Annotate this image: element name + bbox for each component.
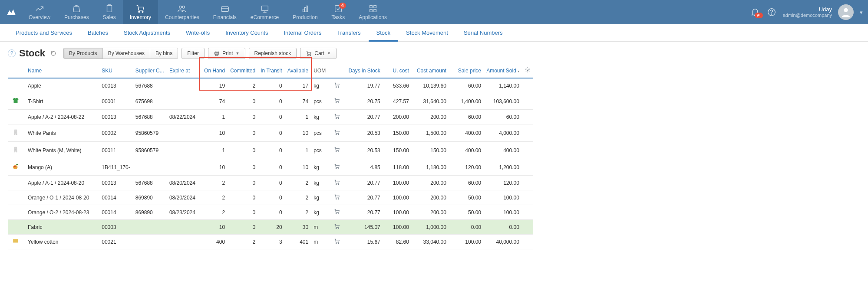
col-amount-sold[interactable]: Amount Sold <box>484 62 522 78</box>
print-button[interactable]: Print ▼ <box>208 48 245 59</box>
seg-by-bins[interactable]: By bins <box>150 48 178 59</box>
filter-button[interactable]: Filter <box>182 48 205 59</box>
col-in-transit[interactable]: In Transit <box>258 62 284 78</box>
nav-purchases[interactable]: Purchases <box>57 0 96 24</box>
chevron-down-icon[interactable]: ▾ <box>860 9 863 16</box>
row-cart-button[interactable] <box>328 159 346 176</box>
page-help-icon[interactable]: ? <box>8 49 16 57</box>
cell-name[interactable]: Fabric <box>25 220 99 235</box>
replenish-button[interactable]: Replenish stock <box>249 48 297 59</box>
nav-production[interactable]: Production <box>286 0 324 24</box>
svg-rect-4 <box>221 7 229 11</box>
table-row[interactable]: T-Shirt00001675698740074pcs20.75427.5731… <box>8 93 533 110</box>
product-icon <box>10 163 21 172</box>
seg-by-warehouses[interactable]: By Warehouses <box>103 48 150 59</box>
nav-applications[interactable]: Applications <box>352 0 394 24</box>
col-available[interactable]: Available <box>285 62 311 78</box>
cell-available: 30 <box>285 220 311 235</box>
tab-write-offs[interactable]: Write-offs <box>178 24 218 42</box>
view-segment: By Products By Warehouses By bins <box>63 48 178 59</box>
nav-ecommerce[interactable]: eCommerce <box>244 0 286 24</box>
product-icon <box>10 97 21 106</box>
cell-name[interactable]: White Pants <box>25 124 99 142</box>
tab-batches[interactable]: Batches <box>80 24 116 42</box>
product-icon-cell <box>8 235 25 249</box>
cell-name[interactable]: Apple <box>25 78 99 93</box>
nav-inventory[interactable]: Inventory <box>123 0 158 24</box>
row-cart-button[interactable] <box>328 93 346 110</box>
row-cart-button[interactable] <box>328 78 346 93</box>
cell-name[interactable]: Mango (A) <box>25 159 99 176</box>
row-cart-button[interactable] <box>328 142 346 159</box>
row-cart-button[interactable] <box>328 205 346 220</box>
cell-available: 2 <box>285 176 311 190</box>
tab-stock-adjustments[interactable]: Stock Adjustments <box>116 24 178 42</box>
table-row[interactable]: White Pants0000295860579100010pcs20.5315… <box>8 124 533 142</box>
app-logo[interactable] <box>5 6 17 18</box>
user-block[interactable]: Uday admin@democompany <box>783 6 832 19</box>
row-cart-button[interactable] <box>328 110 346 124</box>
table-row[interactable]: Mango (A)1B411_170-100010kg4.85118.001,1… <box>8 159 533 176</box>
cell-name[interactable]: Yellow cotton <box>25 235 99 249</box>
col-sku[interactable]: SKU <box>99 62 132 78</box>
cell-sale-price: 120.00 <box>449 159 484 176</box>
col-name[interactable]: Name <box>25 62 99 78</box>
cell-name[interactable]: Orange / O-2 / 2024-08-23 <box>25 205 99 220</box>
table-row[interactable]: Fabric000031002030m145.07100.001,000.000… <box>8 220 533 235</box>
cart-icon <box>334 113 340 119</box>
col-committed[interactable]: Committed <box>228 62 258 78</box>
table-row[interactable]: Apple / A-2 / 2024-08-220001356768808/22… <box>8 110 533 124</box>
col-expire[interactable]: Expire at <box>167 62 201 78</box>
col-supplier-code[interactable]: Supplier C... <box>133 62 167 78</box>
tab-transfers[interactable]: Transfers <box>329 24 368 42</box>
nav-financials[interactable]: Financials <box>206 0 244 24</box>
nav-counterparties[interactable]: Counterparties <box>158 0 206 24</box>
svg-rect-10 <box>370 6 372 8</box>
nav-tasks[interactable]: 4 Tasks <box>325 0 352 24</box>
seg-by-products[interactable]: By Products <box>64 48 103 59</box>
cart-button[interactable]: Cart ▼ <box>300 48 337 59</box>
table-row[interactable]: White Pants (M, White)00011958605791001p… <box>8 142 533 159</box>
cell-name[interactable]: Apple / A-2 / 2024-08-22 <box>25 110 99 124</box>
cell-amount-sold: 60.00 <box>484 110 522 124</box>
col-days-in-stock[interactable]: Days in Stock <box>346 62 383 78</box>
table-row[interactable]: Yellow cotton0002140023401m15.6782.6033,… <box>8 235 533 249</box>
col-sale-price[interactable]: Sale price <box>449 62 484 78</box>
tab-inventory-counts[interactable]: Inventory Counts <box>218 24 276 42</box>
table-row[interactable]: Apple / A-1 / 2024-08-200001356768808/20… <box>8 176 533 190</box>
row-cart-button[interactable] <box>328 124 346 142</box>
cell-name[interactable]: Apple / A-1 / 2024-08-20 <box>25 176 99 190</box>
tab-internal-orders[interactable]: Internal Orders <box>276 24 329 42</box>
table-row[interactable]: Orange / O-1 / 2024-08-200001486989008/2… <box>8 190 533 205</box>
nav-sales[interactable]: Sales <box>96 0 123 24</box>
cell-in-transit: 0 <box>258 190 284 205</box>
refresh-button[interactable] <box>50 49 57 57</box>
tab-stock-movement[interactable]: Stock Movement <box>398 24 456 42</box>
row-cart-button[interactable] <box>328 176 346 190</box>
cell-committed: 0 <box>228 142 258 159</box>
table-row[interactable]: Apple00013567688192017kg19.77533.6610,13… <box>8 78 533 93</box>
col-uom[interactable]: UOM <box>311 62 328 78</box>
col-on-hand[interactable]: On Hand <box>201 62 228 78</box>
row-cart-button[interactable] <box>328 190 346 205</box>
tab-products-services[interactable]: Products and Services <box>8 24 80 42</box>
cell-uom: m <box>311 220 328 235</box>
row-cart-button[interactable] <box>328 220 346 235</box>
cell-name[interactable]: Orange / O-1 / 2024-08-20 <box>25 190 99 205</box>
avatar[interactable] <box>838 4 854 20</box>
tab-stock[interactable]: Stock <box>369 24 399 42</box>
help-button[interactable] <box>766 7 777 17</box>
tab-serial-numbers[interactable]: Serial Numbers <box>456 24 511 42</box>
cell-name[interactable]: White Pants (M, White) <box>25 142 99 159</box>
tasks-badge: 4 <box>339 3 346 9</box>
row-cart-button[interactable] <box>328 235 346 249</box>
cell-name[interactable]: T-Shirt <box>25 93 99 110</box>
col-cost-amount[interactable]: Cost amount <box>412 62 449 78</box>
nav-overview[interactable]: Overview <box>22 0 57 24</box>
col-settings[interactable] <box>522 62 533 78</box>
cell-gear <box>522 124 533 142</box>
notifications-button[interactable]: 9+ <box>750 7 760 17</box>
cell-supplier-code: 675698 <box>133 93 167 110</box>
col-u-cost[interactable]: U. cost <box>383 62 412 78</box>
table-row[interactable]: Orange / O-2 / 2024-08-230001486989008/2… <box>8 205 533 220</box>
